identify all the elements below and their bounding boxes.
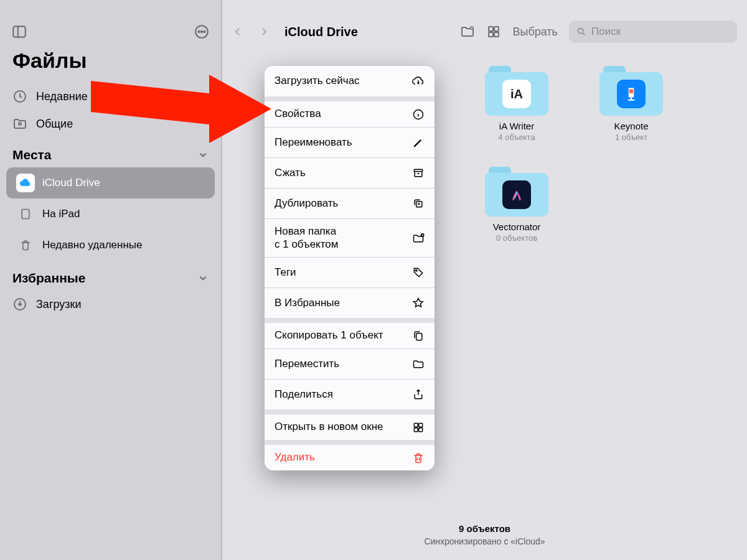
copy-icon: [412, 330, 425, 342]
download-icon: [12, 297, 27, 312]
forward-icon[interactable]: [258, 26, 270, 37]
svg-rect-28: [414, 423, 418, 427]
grid-icon: [412, 421, 425, 434]
svg-rect-13: [489, 32, 493, 37]
menu-duplicate[interactable]: Дублировать: [265, 188, 435, 218]
clock-icon: [12, 89, 27, 104]
svg-rect-18: [628, 100, 635, 101]
menu-new-folder-with-item[interactable]: Новая папкас 1 объектом: [265, 218, 435, 257]
search-placeholder: Поиск: [591, 26, 621, 38]
share-icon: [412, 388, 425, 401]
svg-rect-12: [494, 27, 499, 31]
footer: 9 объектов Синхронизировано с «iCloud»: [222, 523, 747, 546]
context-menu: Загрузить сейчас Свойства Переименовать …: [265, 66, 435, 470]
cloud-download-icon: [412, 75, 425, 88]
new-folder-button[interactable]: [460, 24, 475, 39]
sidebar-recents[interactable]: Недавние: [0, 83, 221, 110]
svg-point-7: [19, 123, 21, 125]
svg-point-15: [578, 29, 583, 34]
folder-plus-icon: [412, 232, 425, 245]
view-mode-button[interactable]: [486, 24, 501, 39]
menu-rename[interactable]: Переименовать: [265, 127, 435, 157]
menu-favorite[interactable]: В Избранные: [265, 287, 435, 318]
info-icon: [412, 108, 425, 121]
sidebar-toggle-icon[interactable]: [11, 24, 27, 40]
svg-rect-31: [419, 427, 423, 431]
back-icon[interactable]: [232, 26, 243, 37]
more-icon[interactable]: [194, 24, 210, 40]
folder-icon: [485, 167, 548, 217]
folder-item[interactable]: Vectornator 0 объектов: [476, 167, 557, 243]
sidebar-downloads[interactable]: Загрузки: [0, 291, 221, 318]
shared-folder-icon: [12, 116, 27, 131]
menu-compress[interactable]: Сжать: [265, 157, 435, 188]
svg-rect-23: [414, 169, 422, 171]
svg-rect-8: [22, 210, 29, 219]
svg-rect-30: [414, 427, 418, 431]
select-button[interactable]: Выбрать: [512, 26, 558, 39]
sidebar-shared[interactable]: Общие: [0, 110, 221, 138]
icloud-icon: [16, 174, 35, 192]
trash-icon: [16, 236, 35, 254]
svg-point-26: [415, 269, 417, 271]
menu-move[interactable]: Переместить: [265, 348, 435, 379]
menu-delete[interactable]: Удалить: [265, 440, 435, 470]
svg-rect-14: [494, 32, 499, 37]
svg-point-5: [204, 31, 205, 32]
folder-item[interactable]: Keynote 1 объект: [591, 66, 672, 142]
sidebar-icloud-drive[interactable]: iCloud Drive: [6, 167, 215, 198]
toolbar: iCloud Drive Выбрать Поиск: [222, 16, 747, 47]
menu-open-new-window[interactable]: Открыть в новом окне: [265, 409, 435, 440]
folder-item[interactable]: iA iA Writer 4 объекта: [476, 66, 557, 142]
star-icon: [412, 297, 425, 309]
svg-rect-27: [416, 333, 422, 340]
sidebar: Файлы Недавние Общие Места iCloud Drive …: [0, 0, 221, 560]
trash-icon: [412, 452, 425, 464]
menu-get-info[interactable]: Свойства: [265, 96, 435, 127]
location-title: iCloud Drive: [284, 25, 358, 39]
sidebar-on-ipad[interactable]: На iPad: [6, 198, 215, 230]
svg-point-3: [199, 31, 200, 32]
sidebar-title: Файлы: [0, 42, 221, 83]
folder-icon: [599, 66, 663, 116]
svg-rect-19: [629, 89, 634, 93]
pencil-icon: [412, 136, 425, 149]
search-field[interactable]: Поиск: [569, 21, 737, 43]
menu-copy[interactable]: Скопировать 1 объект: [265, 318, 435, 348]
menu-share[interactable]: Поделиться: [265, 379, 435, 409]
object-count: 9 объектов: [222, 523, 747, 534]
sidebar-section-places[interactable]: Места: [0, 138, 221, 167]
sidebar-recently-deleted[interactable]: Недавно удаленные: [6, 230, 215, 261]
duplicate-icon: [412, 197, 425, 210]
sidebar-section-favorites[interactable]: Избранные: [0, 261, 221, 291]
svg-rect-0: [13, 26, 26, 37]
ipad-icon: [16, 205, 35, 223]
folder-icon: [412, 358, 425, 370]
svg-rect-11: [489, 27, 493, 31]
archive-icon: [412, 167, 425, 179]
search-icon: [576, 27, 586, 37]
sync-status: Синхронизировано с «iCloud»: [222, 536, 747, 546]
folder-icon: iA: [485, 66, 548, 116]
menu-tags[interactable]: Теги: [265, 257, 435, 287]
chevron-down-icon: [197, 273, 209, 284]
chevron-down-icon: [197, 149, 209, 161]
menu-download-now[interactable]: Загрузить сейчас: [265, 66, 435, 96]
svg-point-4: [201, 31, 202, 32]
tag-icon: [412, 266, 425, 279]
svg-rect-29: [419, 423, 423, 427]
